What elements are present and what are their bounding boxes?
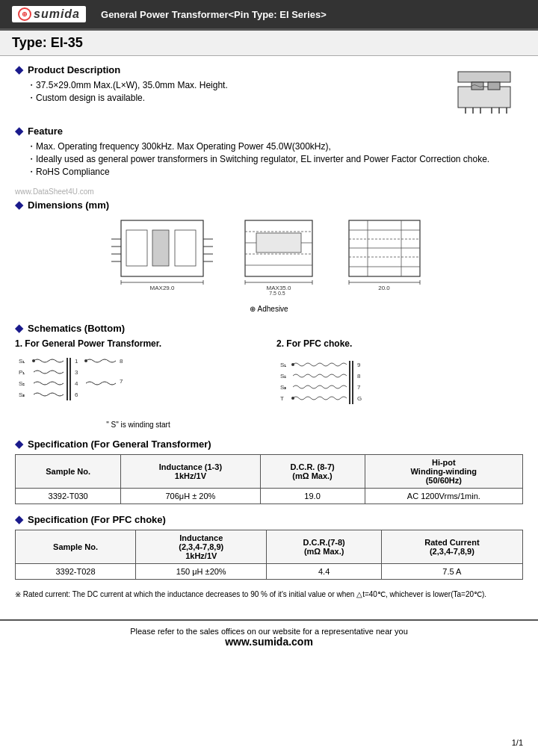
header-title: General Power Transformer<Pin Type: EI S… bbox=[101, 9, 327, 20]
schematic-1-label: 1. For General Power Transformer. bbox=[15, 338, 262, 349]
table-header-cell: D.C.R.(7-8)(mΩ Max.) bbox=[267, 530, 381, 564]
svg-text:S₂: S₂ bbox=[280, 373, 286, 379]
diamond-icon: ◆ bbox=[15, 513, 23, 525]
schematic-2-label: 2. For PFC choke. bbox=[276, 338, 523, 349]
diamond-icon: ◆ bbox=[15, 125, 23, 137]
product-image bbox=[448, 63, 523, 116]
svg-text:1: 1 bbox=[75, 358, 78, 365]
product-description-list: 37.5×29.0mm Max.(L×W), 35.0mm Max. Heigh… bbox=[15, 79, 441, 105]
table-cell: 4.4 bbox=[267, 564, 381, 580]
transformer-illustration bbox=[451, 66, 522, 114]
footer-page: 1/1 bbox=[512, 738, 523, 747]
spec-pfc-section: ◆ Specification (For PFC choke) Sample N… bbox=[15, 513, 523, 580]
dim-top-view: 20.0 bbox=[341, 217, 431, 299]
dimensions-title: ◆ Dimensions (mm) bbox=[15, 199, 523, 211]
svg-text:4: 4 bbox=[75, 380, 78, 387]
table-header-cell: Hi-potWinding-winding(50/60Hz) bbox=[365, 455, 522, 489]
svg-rect-3 bbox=[488, 82, 500, 90]
dim-side-view: MAX35.0 7.5 0.5 bbox=[234, 217, 331, 299]
logo-text: sumida bbox=[34, 7, 80, 21]
spec-pfc-table: Sample No. Inductance(2,3,4-7,8,9)1kHz/1… bbox=[15, 530, 523, 580]
table-cell: 706μH ± 20% bbox=[121, 489, 260, 504]
svg-point-61 bbox=[32, 359, 35, 362]
list-item: 37.5×29.0mm Max.(L×W), 35.0mm Max. Heigh… bbox=[27, 79, 441, 92]
svg-text:7: 7 bbox=[120, 378, 123, 385]
svg-text:7.5 0.5: 7.5 0.5 bbox=[269, 291, 285, 296]
logo-icon: ⊕ bbox=[18, 7, 31, 21]
footer-line1: Please refer to the sales offices on our… bbox=[12, 627, 526, 636]
dim-front-view: MAX29.0 bbox=[108, 217, 223, 299]
schematic-2: 2. For PFC choke. S₁ S₂ S₃ T bbox=[276, 338, 523, 418]
dimensions-diagram: MAX29.0 MAX35.0 bbox=[15, 217, 523, 299]
table-cell: AC 1200Vrms/1min. bbox=[365, 489, 522, 504]
note-text: ※ Rated current: The DC current at which… bbox=[15, 589, 523, 600]
feature-section: ◆ Feature Max. Operating frequency 300kH… bbox=[15, 125, 523, 179]
table-header-cell: Inductance (1-3)1kHz/1V bbox=[121, 455, 260, 489]
svg-text:6: 6 bbox=[75, 391, 78, 398]
svg-rect-1 bbox=[458, 87, 510, 108]
svg-text:9: 9 bbox=[357, 362, 361, 368]
svg-text:G: G bbox=[357, 395, 362, 402]
svg-rect-12 bbox=[152, 230, 169, 266]
svg-text:S₃: S₃ bbox=[19, 391, 25, 398]
schematics-diagrams: 1. For General Power Transformer. S₁ P₁ … bbox=[15, 338, 523, 429]
diamond-icon: ◆ bbox=[15, 199, 23, 211]
svg-text:S₁: S₁ bbox=[280, 362, 286, 368]
svg-rect-37 bbox=[349, 220, 420, 276]
page-header: ⊕ sumida General Power Transformer<Pin T… bbox=[0, 0, 538, 28]
svg-text:P₁: P₁ bbox=[19, 369, 25, 376]
svg-rect-0 bbox=[458, 72, 510, 82]
diamond-icon: ◆ bbox=[15, 63, 23, 75]
svg-text:T: T bbox=[280, 395, 284, 402]
winding-note: " S" is winding start bbox=[15, 421, 262, 429]
feature-list: Max. Operating frequency 300kHz. Max Ope… bbox=[15, 140, 523, 179]
table-header-row: Sample No. Inductance(2,3,4-7,8,9)1kHz/1… bbox=[16, 530, 523, 564]
svg-rect-11 bbox=[126, 230, 147, 266]
svg-text:20.0: 20.0 bbox=[378, 285, 390, 291]
svg-text:S₂: S₂ bbox=[19, 380, 25, 387]
type-label: Type: EI-35 bbox=[0, 28, 538, 56]
table-header-cell: Sample No. bbox=[16, 455, 121, 489]
svg-point-74 bbox=[291, 397, 294, 400]
table-cell: 7.5 A bbox=[381, 564, 522, 580]
dimensions-section: ◆ Dimensions (mm) bbox=[15, 199, 523, 313]
schematics-section: ◆ Schematics (Bottom) 1. For General Pow… bbox=[15, 322, 523, 429]
table-header-cell: Rated Current(2,3,4-7,8,9) bbox=[381, 530, 522, 564]
logo: ⊕ sumida bbox=[12, 6, 86, 22]
table-cell: 3392-T028 bbox=[16, 564, 136, 580]
table-row: 3392-T028 150 μH ±20% 4.4 7.5 A bbox=[16, 564, 523, 580]
schematic-2-diagram: S₁ S₂ S₃ T 9 8 bbox=[276, 352, 396, 415]
schematics-title: ◆ Schematics (Bottom) bbox=[15, 322, 523, 334]
spec-pfc-title: ◆ Specification (For PFC choke) bbox=[15, 513, 523, 525]
svg-text:S₃: S₃ bbox=[280, 384, 286, 391]
svg-rect-31 bbox=[256, 233, 301, 252]
product-description-section: ◆ Product Description 37.5×29.0mm Max.(L… bbox=[15, 63, 523, 116]
table-cell: 19.0 bbox=[260, 489, 365, 504]
list-item: Ideally used as general power transforme… bbox=[27, 153, 523, 166]
table-cell: 150 μH ±20% bbox=[136, 564, 267, 580]
table-header-cell: D.C.R. (8-7)(mΩ Max.) bbox=[260, 455, 365, 489]
page-footer: Please refer to the sales offices on our… bbox=[0, 619, 538, 654]
list-item: Max. Operating frequency 300kHz. Max Ope… bbox=[27, 140, 523, 153]
svg-text:3: 3 bbox=[75, 369, 78, 376]
svg-text:8: 8 bbox=[357, 373, 361, 379]
svg-text:MAX29.0: MAX29.0 bbox=[149, 285, 174, 291]
list-item: RoHS Compliance bbox=[27, 166, 523, 179]
table-header-cell: Inductance(2,3,4-7,8,9)1kHz/1V bbox=[136, 530, 267, 564]
footer-url: www.sumida.com bbox=[12, 636, 526, 648]
svg-text:8: 8 bbox=[120, 358, 123, 365]
table-row: 3392-T030 706μH ± 20% 19.0 AC 1200Vrms/1… bbox=[16, 489, 523, 504]
table-cell: 3392-T030 bbox=[16, 489, 121, 504]
schematic-1: 1. For General Power Transformer. S₁ P₁ … bbox=[15, 338, 262, 429]
table-header-cell: Sample No. bbox=[16, 530, 136, 564]
list-item: Custom design is available. bbox=[27, 92, 441, 105]
svg-text:7: 7 bbox=[357, 384, 361, 391]
svg-point-73 bbox=[291, 363, 294, 366]
diamond-icon: ◆ bbox=[15, 438, 23, 450]
schematic-1-diagram: S₁ P₁ S₂ S₃ 1 3 bbox=[15, 352, 164, 415]
spec-general-title: ◆ Specification (For General Transformer… bbox=[15, 438, 523, 450]
product-description-title: ◆ Product Description bbox=[15, 63, 441, 75]
svg-point-62 bbox=[84, 359, 87, 362]
feature-title: ◆ Feature bbox=[15, 125, 523, 137]
table-header-row: Sample No. Inductance (1-3)1kHz/1V D.C.R… bbox=[16, 455, 523, 489]
